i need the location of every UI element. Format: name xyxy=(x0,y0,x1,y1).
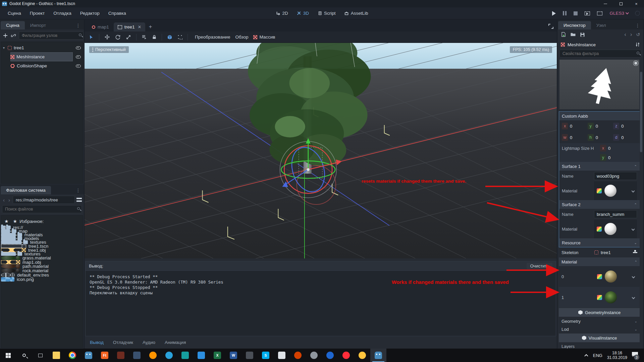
snap-icon[interactable] xyxy=(177,35,182,40)
app-blue2[interactable] xyxy=(322,349,338,362)
play-custom-scene-button[interactable] xyxy=(597,11,602,15)
aabb-w-field[interactable]: 0 xyxy=(570,135,586,140)
file-explorer[interactable] xyxy=(48,349,64,362)
word[interactable]: W xyxy=(225,349,241,362)
firefox[interactable] xyxy=(145,349,161,362)
maximize-button[interactable] xyxy=(613,0,629,7)
instance-scene-icon[interactable] xyxy=(11,33,16,38)
transform-menu[interactable]: Преобразование xyxy=(195,35,230,40)
file-item[interactable]: Избранное: xyxy=(1,217,83,226)
new-resource-icon[interactable] xyxy=(561,32,566,37)
app-light[interactable] xyxy=(274,349,290,362)
history-back-icon[interactable]: ‹ xyxy=(625,32,626,38)
local-space-cube-icon[interactable] xyxy=(167,35,172,40)
tab-scene[interactable]: Сцена xyxy=(1,21,25,29)
bottom-tab[interactable]: Аудио xyxy=(143,340,155,345)
minimize-button[interactable] xyxy=(598,0,613,7)
file-item[interactable]: path.material xyxy=(1,264,16,268)
array-menu[interactable]: Массив xyxy=(253,35,275,40)
steam[interactable] xyxy=(129,349,145,362)
aabb-h-field[interactable]: 0 xyxy=(596,135,611,140)
section-custom-aabb[interactable]: Custom Aabb xyxy=(559,112,640,120)
3d-viewport[interactable]: Перспективный FPS: 105 (9.52 ms) xyxy=(85,43,557,258)
app-yellow[interactable] xyxy=(354,349,370,362)
menu-item[interactable]: Редактор xyxy=(76,11,104,16)
chrome[interactable] xyxy=(64,349,80,362)
section-resource[interactable]: Resource⌄ xyxy=(559,238,640,247)
clock[interactable]: 18:16 31.03.2019 xyxy=(607,351,627,360)
list-select-icon[interactable] xyxy=(142,35,147,40)
filezilla[interactable] xyxy=(290,349,306,362)
file-item[interactable]: default_env.tres xyxy=(1,273,11,277)
visibility-eye-icon[interactable] xyxy=(76,46,81,50)
bottom-tab[interactable]: Анимация xyxy=(165,340,186,345)
file-item[interactable]: rock.material xyxy=(1,268,16,273)
close-tab-icon[interactable]: ✕ xyxy=(138,24,142,29)
workspace-3d-button[interactable]: 3D xyxy=(297,11,309,16)
skype[interactable]: S xyxy=(258,349,274,362)
scene-dock-menu-icon[interactable]: ⋮ xyxy=(73,23,83,29)
section-surface-2[interactable]: Surface 2⌃ xyxy=(559,200,640,209)
surface2-material-picker[interactable] xyxy=(594,220,637,238)
surface1-name-field[interactable]: wood03png xyxy=(594,172,637,180)
scale-tool-icon[interactable] xyxy=(126,35,131,40)
inspector-scrollbar[interactable] xyxy=(640,71,643,347)
pause-button[interactable] xyxy=(563,11,567,15)
aabb-x-field[interactable]: 0 xyxy=(570,124,586,129)
material-0-picker[interactable] xyxy=(594,266,637,287)
tab-node[interactable]: Узел xyxy=(591,21,611,29)
save-resource-icon[interactable] xyxy=(580,32,585,37)
split-mode-icon[interactable] xyxy=(76,198,82,202)
section-geometry[interactable]: Geometry⌄ xyxy=(559,317,640,325)
aabb-z-field[interactable]: 0 xyxy=(621,124,637,129)
preview-light-icon[interactable] xyxy=(634,62,637,65)
file-item[interactable]: textures xyxy=(1,240,21,244)
bottom-tab[interactable]: Вывод xyxy=(90,340,104,345)
scene-tab-tree1[interactable]: tree1 ✕ xyxy=(114,22,146,32)
excel[interactable]: X xyxy=(209,349,225,362)
inspector-dock-menu-icon[interactable]: ⋮ xyxy=(633,23,643,29)
new-scene-tab-button[interactable]: + xyxy=(146,23,155,32)
history-forward-icon[interactable]: › xyxy=(630,32,632,38)
stop-button[interactable] xyxy=(574,11,578,15)
scene-node-collisionshape[interactable]: CollisionShape xyxy=(1,61,83,70)
menu-item[interactable]: Сцена xyxy=(3,11,25,16)
history-icon[interactable]: ↺ xyxy=(636,32,640,37)
telegram[interactable] xyxy=(161,349,177,362)
scene-node-meshinstance[interactable]: MeshInstance xyxy=(1,52,83,61)
visibility-eye-icon[interactable] xyxy=(76,64,81,68)
language-indicator[interactable]: ENG xyxy=(593,353,602,358)
lock-icon[interactable] xyxy=(152,35,157,40)
visibility-eye-icon[interactable] xyxy=(76,55,81,59)
workspace-2d-button[interactable]: 2D xyxy=(276,11,288,16)
select-tool-icon[interactable] xyxy=(89,35,94,40)
menu-item[interactable]: Отладка xyxy=(49,11,75,16)
app-sphere[interactable] xyxy=(306,349,322,362)
menu-item[interactable]: Проект xyxy=(25,11,49,16)
view-menu[interactable]: Обзор xyxy=(235,35,248,40)
file-item[interactable]: grass.material xyxy=(1,256,16,260)
file-search-input[interactable] xyxy=(2,205,82,213)
renderer-dropdown[interactable]: GLES3 xyxy=(609,11,628,16)
play-button[interactable] xyxy=(552,11,556,16)
skeleton-node-picker[interactable]: tree1 xyxy=(594,250,637,255)
file-item[interactable]: materials xyxy=(1,233,16,237)
tray-expand-icon[interactable] xyxy=(584,354,588,358)
node-filter-input[interactable] xyxy=(19,32,84,40)
aabb-y-field[interactable]: 0 xyxy=(596,124,611,129)
clear-output-button[interactable]: Очистить xyxy=(527,263,552,269)
scene-node-root[interactable]: ▾ tree1 xyxy=(1,43,83,52)
object-tools-icon[interactable] xyxy=(635,42,640,47)
file-item[interactable]: icon.png xyxy=(1,277,10,282)
rotate-tool-icon[interactable] xyxy=(115,34,121,40)
history-forward-icon[interactable]: › xyxy=(7,197,11,203)
bottom-tab[interactable]: Отладчик xyxy=(113,340,133,345)
ft-app[interactable]: Ft xyxy=(97,349,113,362)
add-node-icon[interactable] xyxy=(3,33,8,38)
tab-import[interactable]: Импорт xyxy=(25,21,51,29)
lightmap-x-field[interactable]: 0 xyxy=(608,146,637,151)
panel-splitter[interactable] xyxy=(85,258,557,261)
task-view-button[interactable] xyxy=(32,349,48,362)
perspective-menu[interactable]: Перспективный xyxy=(89,46,129,53)
menu-item[interactable]: Справка xyxy=(104,11,130,16)
